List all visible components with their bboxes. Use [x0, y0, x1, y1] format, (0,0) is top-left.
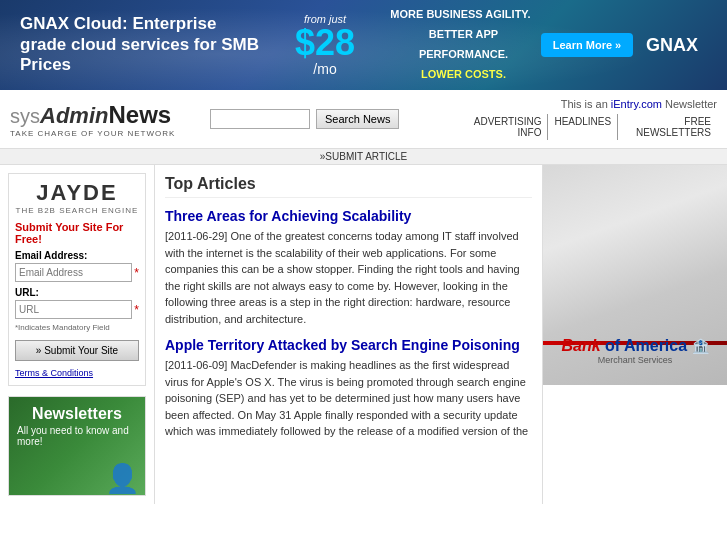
main-layout: JAYDE THE B2B SEARCH ENGINE Submit Your …	[0, 165, 727, 504]
nav-advertising-info[interactable]: ADVERTISING INFO	[457, 114, 547, 140]
banner-points-area: MORE BUSINESS AGILITY. BETTER APP PERFOR…	[390, 5, 537, 84]
url-label: URL:	[15, 287, 139, 298]
jayde-url-input[interactable]	[15, 300, 132, 319]
logo-admin: Admin	[40, 103, 108, 128]
search-area: Search News	[210, 109, 457, 129]
jayde-widget: JAYDE THE B2B SEARCH ENGINE Submit Your …	[8, 173, 146, 386]
ientry-text: This is an iEntry.com Newsletter	[457, 98, 717, 110]
newsletters-widget: Newsletters All you need to know and mor…	[8, 396, 146, 496]
banner-price: $28	[260, 25, 390, 61]
email-required-star: *	[134, 266, 139, 280]
banner-headline-area: GNAX Cloud: Enterprise grade cloud servi…	[20, 14, 260, 75]
newsletters-body: All you need to know and more!	[9, 425, 145, 447]
jayde-submit-btn[interactable]: » Submit Your Site	[15, 340, 139, 361]
article-1-body: [2011-06-09] MacDefender is making headl…	[165, 357, 532, 440]
banner-learn-more-btn[interactable]: Learn More »	[541, 33, 633, 57]
jayde-subtitle: THE B2B SEARCH ENGINE	[15, 206, 139, 215]
url-required-star: *	[134, 303, 139, 317]
person-icon: 👤	[105, 462, 140, 495]
submit-article-link[interactable]: »SUBMIT ARTICLE	[320, 151, 407, 162]
banner-point-3: LOWER COSTS.	[390, 65, 537, 85]
jayde-submit-label: Submit Your Site For Free!	[15, 221, 139, 245]
nav-free-newsletters[interactable]: FREE NEWSLETTERS	[617, 114, 717, 140]
ientry-link[interactable]: iEntry.com	[611, 98, 662, 110]
banner-logo: GNAX	[637, 35, 707, 56]
banner-price-area: from just $28 /mo	[260, 13, 390, 77]
header: sysAdminNews TAKE CHARGE OF YOUR NETWORK…	[0, 90, 727, 149]
right-ad: Bank of America 🏦 Merchant Services	[543, 165, 727, 385]
submit-article-bar[interactable]: »SUBMIT ARTICLE	[0, 149, 727, 165]
article-1-date: [2011-06-09]	[165, 359, 227, 371]
article-0-title[interactable]: Three Areas for Achieving Scalability	[165, 208, 532, 224]
site-logo: sysAdminNews TAKE CHARGE OF YOUR NETWORK	[10, 101, 210, 138]
email-label: Email Address:	[15, 250, 139, 261]
nav-headlines[interactable]: HEADLINES	[547, 114, 617, 140]
logo-text: sysAdminNews	[10, 101, 210, 129]
jayde-title: JAYDE	[15, 180, 139, 206]
article-0-date: [2011-06-29]	[165, 230, 227, 242]
bank-name-part1: Bank	[561, 337, 600, 354]
jayde-terms-link[interactable]: Terms & Conditions	[15, 368, 93, 378]
search-button[interactable]: Search News	[316, 109, 399, 129]
article-1: Apple Territory Attacked by Search Engin…	[165, 337, 532, 440]
sidebar: JAYDE THE B2B SEARCH ENGINE Submit Your …	[0, 165, 155, 504]
article-0: Three Areas for Achieving Scalability [2…	[165, 208, 532, 327]
banner: GNAX Cloud: Enterprise grade cloud servi…	[0, 0, 727, 90]
right-panel: Bank of America 🏦 Merchant Services	[542, 165, 727, 504]
logo-sys: sys	[10, 105, 40, 127]
article-1-title[interactable]: Apple Territory Attacked by Search Engin…	[165, 337, 532, 353]
header-right: This is an iEntry.com Newsletter ADVERTI…	[457, 98, 717, 140]
banner-point-1: MORE BUSINESS AGILITY. BETTER APP PERFOR…	[390, 5, 537, 64]
banner-cta-area[interactable]: Learn More »	[537, 33, 637, 57]
jayde-required-note: *Indicates Mandatory Field	[15, 323, 139, 332]
nav-bar: ADVERTISING INFO HEADLINES FREE NEWSLETT…	[457, 114, 717, 140]
article-0-body: [2011-06-29] One of the greatest concern…	[165, 228, 532, 327]
ad-sub-text: Merchant Services	[561, 355, 708, 365]
article-0-text: One of the greatest concerns today among…	[165, 230, 520, 325]
banner-headline: GNAX Cloud: Enterprise grade cloud servi…	[20, 14, 260, 75]
ad-logo-text: Bank of America 🏦	[561, 337, 708, 355]
banner-per-mo: /mo	[260, 61, 390, 77]
bank-name-part2: of America	[605, 337, 687, 354]
logo-news: News	[108, 101, 171, 128]
logo-tagline: TAKE CHARGE OF YOUR NETWORK	[10, 129, 210, 138]
boa-icon: 🏦	[692, 338, 709, 354]
jayde-email-input[interactable]	[15, 263, 132, 282]
content-area: Top Articles Three Areas for Achieving S…	[155, 165, 542, 504]
section-title: Top Articles	[165, 175, 532, 198]
search-input[interactable]	[210, 109, 310, 129]
newsletters-title: Newsletters	[9, 397, 145, 425]
